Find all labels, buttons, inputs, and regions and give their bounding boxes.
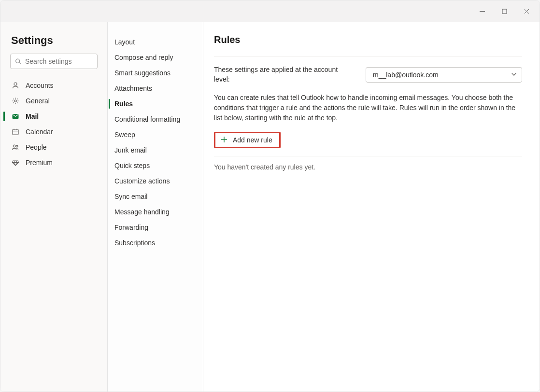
- subnav-item-layout[interactable]: Layout: [108, 34, 203, 50]
- person-icon: [11, 82, 20, 89]
- sidebar-item-mail[interactable]: Mail: [0, 109, 107, 124]
- svg-point-13: [13, 145, 15, 147]
- subnav-item-rules[interactable]: Rules: [108, 96, 203, 112]
- svg-rect-1: [502, 9, 507, 14]
- search-wrapper: [10, 54, 98, 69]
- close-button[interactable]: [515, 3, 538, 19]
- subnav-item-sync-email[interactable]: Sync email: [108, 189, 203, 204]
- subnav-item-message-handling[interactable]: Message handling: [108, 204, 203, 220]
- sidebar-item-label: Calendar: [26, 128, 53, 136]
- subnav-item-forwarding[interactable]: Forwarding: [108, 220, 203, 235]
- mail-icon: [11, 112, 20, 120]
- minimize-button[interactable]: [471, 3, 493, 19]
- sidebar-item-accounts[interactable]: Accounts: [0, 78, 107, 93]
- sidebar-item-calendar[interactable]: Calendar: [0, 124, 107, 140]
- account-intro-text: These settings are applied at the accoun…: [214, 65, 354, 84]
- account-select[interactable]: m__lab@outlook.com: [366, 67, 522, 83]
- svg-point-7: [14, 100, 16, 102]
- settings-title: Settings: [0, 34, 107, 54]
- titlebar: [0, 0, 540, 22]
- sidebar-item-premium[interactable]: Premium: [0, 155, 107, 170]
- sidebar-item-label: Premium: [26, 159, 53, 167]
- subnav-item-conditional-formatting[interactable]: Conditional formatting: [108, 112, 203, 127]
- svg-point-6: [14, 83, 17, 85]
- subnav-item-smart-suggestions[interactable]: Smart suggestions: [108, 65, 203, 81]
- svg-point-4: [16, 59, 20, 63]
- svg-rect-9: [13, 129, 18, 135]
- subnav-item-customize-actions[interactable]: Customize actions: [108, 173, 203, 189]
- plus-icon: [220, 136, 228, 145]
- subnav-item-quick-steps[interactable]: Quick steps: [108, 158, 203, 173]
- settings-window: Settings Accounts Gene: [0, 0, 540, 392]
- main-content: Rules These settings are applied at the …: [203, 22, 540, 392]
- people-icon: [11, 143, 20, 151]
- subnav-item-compose[interactable]: Compose and reply: [108, 50, 203, 65]
- body: Settings Accounts Gene: [0, 22, 540, 392]
- account-row: These settings are applied at the accoun…: [214, 65, 522, 84]
- search-input[interactable]: [10, 54, 98, 69]
- add-rule-row: Add new rule: [214, 132, 522, 156]
- sub-sidebar: Layout Compose and reply Smart suggestio…: [108, 22, 203, 392]
- subnav-item-sweep[interactable]: Sweep: [108, 127, 203, 142]
- empty-state-text: You haven't created any rules yet.: [214, 163, 522, 171]
- chevron-down-icon: [511, 71, 517, 79]
- subnav-item-attachments[interactable]: Attachments: [108, 81, 203, 96]
- rules-description: You can create rules that tell Outlook h…: [214, 93, 522, 123]
- sidebar-item-label: People: [26, 143, 47, 151]
- premium-icon: [11, 159, 20, 167]
- primary-sidebar: Settings Accounts Gene: [0, 22, 108, 392]
- sidebar-item-label: General: [26, 97, 50, 105]
- primary-nav: Accounts General Mail: [0, 75, 107, 170]
- calendar-icon: [11, 128, 20, 136]
- gear-icon: [11, 97, 20, 105]
- svg-point-14: [16, 145, 18, 147]
- sidebar-item-label: Mail: [26, 112, 39, 120]
- subnav-item-subscriptions[interactable]: Subscriptions: [108, 235, 203, 251]
- svg-line-5: [19, 62, 21, 64]
- sidebar-item-general[interactable]: General: [0, 93, 107, 109]
- add-rule-label: Add new rule: [233, 136, 272, 144]
- account-selected-value: m__lab@outlook.com: [373, 71, 439, 79]
- add-new-rule-button[interactable]: Add new rule: [214, 132, 281, 148]
- search-icon: [15, 58, 21, 65]
- page-title: Rules: [214, 34, 522, 56]
- sidebar-item-label: Accounts: [26, 82, 54, 89]
- maximize-button[interactable]: [493, 3, 515, 19]
- sidebar-item-people[interactable]: People: [0, 140, 107, 155]
- subnav-item-junk-email[interactable]: Junk email: [108, 142, 203, 158]
